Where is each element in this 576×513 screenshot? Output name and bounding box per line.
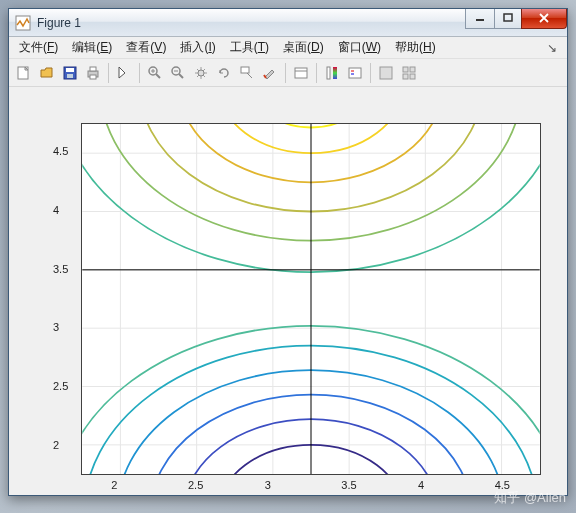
- xtick-label: 3: [265, 479, 271, 491]
- svg-rect-22: [327, 67, 330, 79]
- app-icon: [15, 15, 31, 31]
- axes[interactable]: [81, 123, 541, 475]
- window-title: Figure 1: [37, 16, 466, 30]
- menu-view[interactable]: 查看(V): [120, 37, 172, 58]
- xtick-label: 3.5: [341, 479, 356, 491]
- titlebar: Figure 1: [9, 9, 567, 37]
- svg-line-15: [179, 74, 183, 78]
- toolbar-separator: [370, 63, 371, 83]
- brush-button[interactable]: [259, 62, 281, 84]
- svg-rect-23: [333, 67, 337, 79]
- hide-tools-button[interactable]: [375, 62, 397, 84]
- plot-area: 22.533.544.522.533.544.5: [9, 87, 567, 495]
- svg-rect-30: [403, 74, 408, 79]
- svg-rect-6: [67, 74, 73, 78]
- legend-button[interactable]: [344, 62, 366, 84]
- menu-edit[interactable]: 编辑(E): [66, 37, 118, 58]
- crosshair: [82, 124, 539, 474]
- menu-help[interactable]: 帮助(H): [389, 37, 442, 58]
- window-controls: [466, 9, 567, 29]
- svg-rect-24: [349, 68, 361, 78]
- svg-rect-28: [403, 67, 408, 72]
- toolbar-separator: [108, 63, 109, 83]
- svg-rect-2: [504, 14, 512, 21]
- svg-line-11: [156, 74, 160, 78]
- pan-button[interactable]: [190, 62, 212, 84]
- watermark: 知乎 @Alien: [494, 489, 566, 507]
- ytick-label: 3: [53, 321, 59, 333]
- xtick-label: 2: [111, 479, 117, 491]
- ytick-label: 3.5: [53, 263, 68, 275]
- menu-tools[interactable]: 工具(T): [224, 37, 275, 58]
- svg-rect-20: [295, 68, 307, 78]
- ytick-label: 2: [53, 439, 59, 451]
- figure-window: Figure 1 文件(F) 编辑(E) 查看(V) 插入(I) 工具(T) 桌…: [8, 8, 568, 496]
- new-figure-button[interactable]: [13, 62, 35, 84]
- colorbar-button[interactable]: [321, 62, 343, 84]
- toolbar-separator: [316, 63, 317, 83]
- menu-overflow-icon[interactable]: ↘: [541, 41, 563, 55]
- zoom-in-button[interactable]: [144, 62, 166, 84]
- maximize-button[interactable]: [494, 9, 522, 29]
- menubar: 文件(F) 编辑(E) 查看(V) 插入(I) 工具(T) 桌面(D) 窗口(W…: [9, 37, 567, 59]
- svg-rect-31: [410, 74, 415, 79]
- minimize-button[interactable]: [465, 9, 495, 29]
- show-tools-button[interactable]: [398, 62, 420, 84]
- svg-line-19: [247, 73, 252, 78]
- svg-point-17: [198, 70, 204, 76]
- save-button[interactable]: [59, 62, 81, 84]
- edit-plot-button[interactable]: [113, 62, 135, 84]
- axes-canvas: [82, 124, 540, 474]
- xtick-label: 4: [418, 479, 424, 491]
- toolbar-separator: [285, 63, 286, 83]
- svg-rect-29: [410, 67, 415, 72]
- data-cursor-button[interactable]: [236, 62, 258, 84]
- ytick-label: 4.5: [53, 145, 68, 157]
- menu-file[interactable]: 文件(F): [13, 37, 64, 58]
- menu-desktop[interactable]: 桌面(D): [277, 37, 330, 58]
- toolbar-separator: [139, 63, 140, 83]
- menu-window[interactable]: 窗口(W): [332, 37, 387, 58]
- open-button[interactable]: [36, 62, 58, 84]
- toolbar: [9, 59, 567, 87]
- close-button[interactable]: [521, 9, 567, 29]
- ytick-label: 2.5: [53, 380, 68, 392]
- rotate-button[interactable]: [213, 62, 235, 84]
- zoom-out-button[interactable]: [167, 62, 189, 84]
- svg-rect-18: [241, 67, 249, 73]
- print-button[interactable]: [82, 62, 104, 84]
- ytick-label: 4: [53, 204, 59, 216]
- xtick-label: 2.5: [188, 479, 203, 491]
- link-button[interactable]: [290, 62, 312, 84]
- svg-rect-9: [90, 75, 96, 79]
- svg-rect-5: [66, 68, 74, 72]
- menu-insert[interactable]: 插入(I): [174, 37, 221, 58]
- svg-rect-8: [90, 67, 96, 71]
- svg-rect-27: [380, 67, 392, 79]
